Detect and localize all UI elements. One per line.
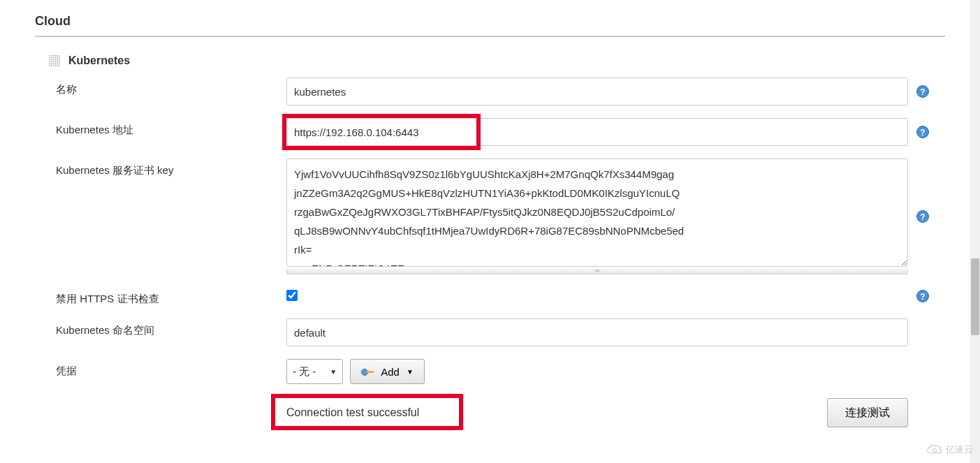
help-icon[interactable]: ? xyxy=(916,85,929,98)
connection-status: Connection test successful xyxy=(286,406,419,419)
resize-handle[interactable]: ═ xyxy=(286,269,908,274)
add-label: Add xyxy=(381,366,400,378)
credentials-select[interactable]: - 无 - ▼ xyxy=(286,359,343,384)
page-scrollbar-thumb[interactable] xyxy=(971,258,979,335)
url-label: Kubernetes 地址 xyxy=(56,118,286,137)
name-label: 名称 xyxy=(56,78,286,96)
cert-textarea[interactable] xyxy=(286,159,908,267)
drag-handle-icon[interactable] xyxy=(49,55,60,66)
field-row-url: Kubernetes 地址 ? xyxy=(56,118,945,146)
disable-https-label: 禁用 HTTPS 证书检查 xyxy=(56,287,286,306)
help-icon[interactable]: ? xyxy=(916,126,929,138)
watermark: 亿速云 xyxy=(926,443,973,456)
key-icon xyxy=(361,367,374,376)
svg-point-0 xyxy=(933,449,937,453)
add-credentials-button[interactable]: Add ▼ xyxy=(350,359,425,384)
field-row-credentials: 凭据 - 无 - ▼ Add ▼ Connection test success… xyxy=(56,359,945,427)
cloud-type-name: Kubernetes xyxy=(68,54,130,67)
namespace-input[interactable] xyxy=(286,318,908,346)
credentials-selected: - 无 - xyxy=(293,365,316,379)
field-row-namespace: Kubernetes 命名空间 xyxy=(56,318,945,346)
field-row-cert: Kubernetes 服务证书 key ═ ? xyxy=(56,159,945,274)
credentials-label: 凭据 xyxy=(56,359,286,378)
namespace-label: Kubernetes 命名空间 xyxy=(56,318,286,337)
disable-https-checkbox[interactable] xyxy=(286,290,298,301)
cert-label: Kubernetes 服务证书 key xyxy=(56,159,286,177)
page-scrollbar-track[interactable] xyxy=(970,0,980,463)
url-input[interactable] xyxy=(286,118,908,146)
help-icon[interactable]: ? xyxy=(916,290,929,302)
field-row-name: 名称 ? xyxy=(56,78,945,105)
help-icon[interactable]: ? xyxy=(916,210,929,223)
test-connection-button[interactable]: 连接测试 xyxy=(827,398,908,427)
chevron-down-icon: ▼ xyxy=(330,368,337,376)
cloud-logo-icon xyxy=(926,443,943,456)
cloud-header: Kubernetes xyxy=(49,54,945,67)
field-row-disable-https: 禁用 HTTPS 证书检查 ? xyxy=(56,287,945,306)
name-input[interactable] xyxy=(286,78,908,105)
section-title: Cloud xyxy=(35,14,945,37)
chevron-down-icon: ▼ xyxy=(407,368,414,376)
watermark-text: 亿速云 xyxy=(946,443,973,456)
